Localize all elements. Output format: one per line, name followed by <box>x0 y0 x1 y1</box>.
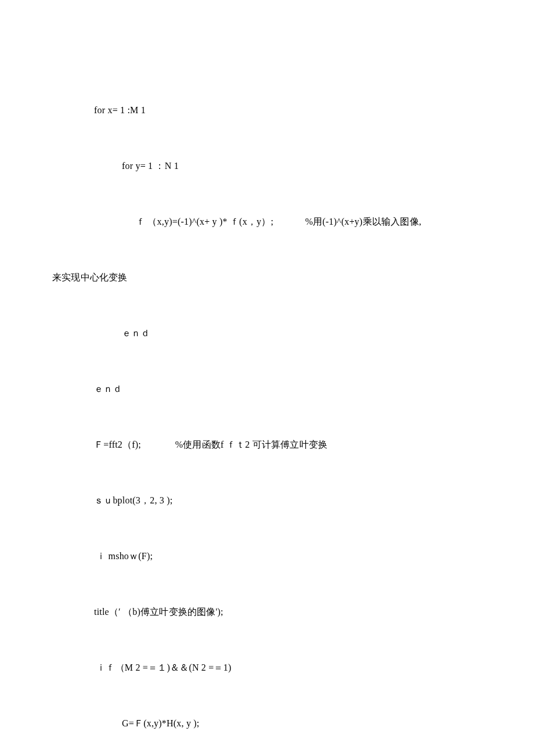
code-line: for x= 1 :M 1 <box>52 101 482 120</box>
code-line: ｅｎｄ <box>52 324 482 343</box>
code-block: for x= 1 :M 1 for y= 1 ：N 1 ｆ （x,y)=(-1)… <box>52 64 482 756</box>
code-line: Ｆ=fft2（f); %使用函数f ｆｔ2 可计算傅立叶变换 <box>52 435 482 454</box>
document-page: for x= 1 :M 1 for y= 1 ：N 1 ｆ （x,y)=(-1)… <box>0 0 534 756</box>
code-line: ｅｎｄ <box>52 380 482 398</box>
code-line: ｉｆ（M 2 =＝１)＆＆(N 2 =＝1) <box>52 658 482 677</box>
code-line: G=Ｆ(x,y)*H(x, y ); <box>52 714 482 733</box>
code-line: for y= 1 ：N 1 <box>52 157 482 175</box>
code-line: ｆ （x,y)=(-1)^(x+ y )* ｆ(x，y）; %用(-1)^(x+… <box>52 213 482 231</box>
code-line: 来实现中心化变换 <box>52 268 482 287</box>
code-line: title（′ （b)傅立叶变换的图像'); <box>52 603 482 621</box>
code-line: ｉ mshoｗ(F); <box>52 547 482 566</box>
code-line: ｓｕbplot(3，2, 3 ); <box>52 491 482 510</box>
